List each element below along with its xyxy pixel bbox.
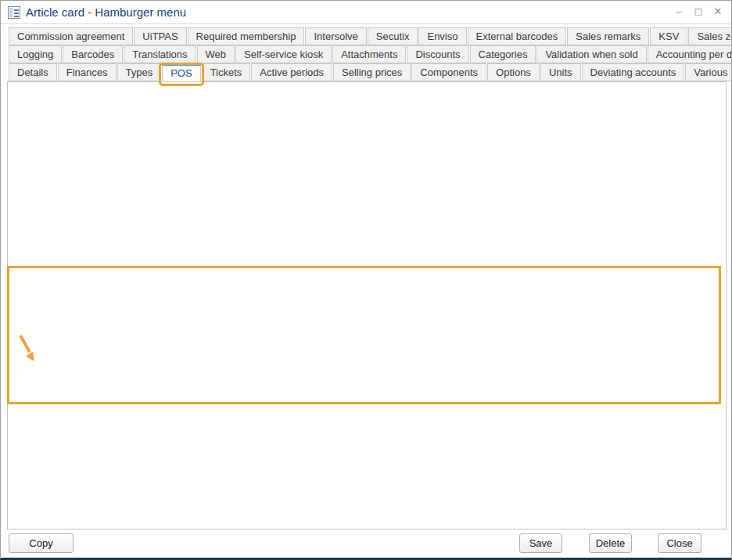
copy-button[interactable]: Copy [9, 533, 74, 553]
tab-tickets[interactable]: Tickets [202, 63, 251, 81]
tab-logging[interactable]: Logging [9, 45, 62, 63]
pos-tab-panel [7, 81, 727, 529]
window-title: Article card - Hamburger menu [26, 5, 186, 19]
tab-finances[interactable]: Finances [58, 63, 117, 81]
tab-enviso[interactable]: Enviso [418, 27, 466, 45]
close-button[interactable]: Close [658, 533, 702, 553]
tab-options[interactable]: Options [487, 63, 540, 81]
tab-attachments[interactable]: Attachments [332, 45, 406, 63]
tab-selling-prices[interactable]: Selling prices [333, 63, 411, 81]
tab-row-2: LoggingBarcodesTranslationsWebSelf-servi… [9, 45, 732, 63]
tab-ksv[interactable]: KSV [650, 27, 687, 45]
tab-self-service-kiosk[interactable]: Self-service kiosk [235, 45, 332, 63]
tab-external-barcodes[interactable]: External barcodes [468, 27, 567, 45]
tab-required-membership[interactable]: Required membership [188, 27, 305, 45]
tab-types[interactable]: Types [117, 63, 162, 81]
tab-barcodes[interactable]: Barcodes [63, 45, 123, 63]
tab-row-3: DetailsFinancesTypesPOSTicketsActive per… [9, 63, 732, 82]
tab-commission-agreement[interactable]: Commission agreement [9, 27, 133, 45]
tab-deviating-accounts[interactable]: Deviating accounts [582, 63, 685, 81]
save-button[interactable]: Save [519, 533, 562, 553]
minimize-icon[interactable]: – [672, 4, 686, 20]
tab-uitpas[interactable]: UiTPAS [134, 27, 186, 45]
article-card-window: Article card - Hamburger menu – ◻ ✕ Comm… [0, 0, 732, 560]
tab-row-1: Commission agreementUiTPASRequired membe… [9, 27, 732, 45]
tab-web[interactable]: Web [197, 45, 235, 63]
tab-intersolve[interactable]: Intersolve [305, 27, 366, 45]
article-document-icon [8, 6, 20, 19]
maximize-icon[interactable]: ◻ [691, 4, 705, 20]
tab-secutix[interactable]: Secutix [368, 27, 418, 45]
tab-components[interactable]: Components [411, 63, 486, 81]
tab-accounting-per-division[interactable]: Accounting per division [648, 45, 732, 63]
tab-sales-zone-availability[interactable]: Sales zone availability [688, 27, 732, 45]
title-bar: Article card - Hamburger menu – ◻ ✕ [1, 1, 731, 24]
window-controls: – ◻ ✕ [672, 4, 725, 20]
tab-discounts[interactable]: Discounts [407, 45, 468, 63]
tab-categories[interactable]: Categories [470, 45, 536, 63]
tab-various[interactable]: Various [685, 63, 732, 81]
tab-validation-when-sold[interactable]: Validation when sold [536, 45, 646, 63]
tab-pos[interactable]: POS [162, 63, 200, 82]
tab-active-periods[interactable]: Active periods [251, 63, 332, 81]
tab-units[interactable]: Units [540, 63, 581, 81]
tab-sales-remarks[interactable]: Sales remarks [567, 27, 649, 45]
tab-details[interactable]: Details [9, 63, 57, 81]
close-icon[interactable]: ✕ [711, 4, 725, 20]
delete-button[interactable]: Delete [589, 533, 632, 553]
tab-translations[interactable]: Translations [124, 45, 196, 63]
